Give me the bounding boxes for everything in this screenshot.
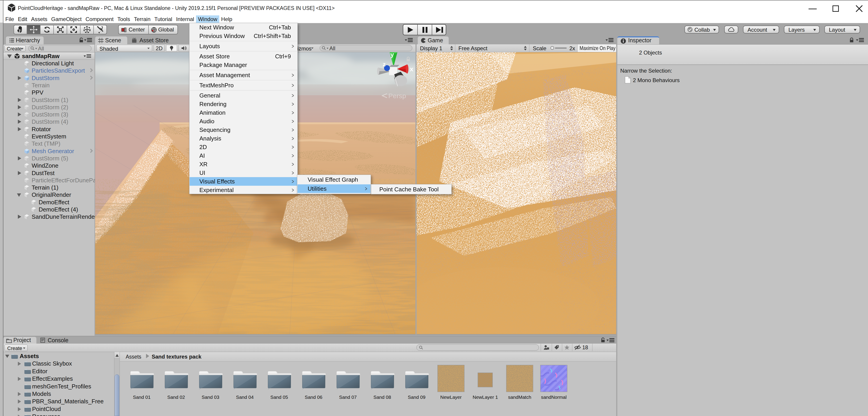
svg-text:Persp: Persp: [388, 92, 406, 99]
svg-text:z: z: [383, 61, 385, 68]
svg-text:x: x: [410, 66, 413, 72]
svg-text:y: y: [391, 52, 394, 58]
